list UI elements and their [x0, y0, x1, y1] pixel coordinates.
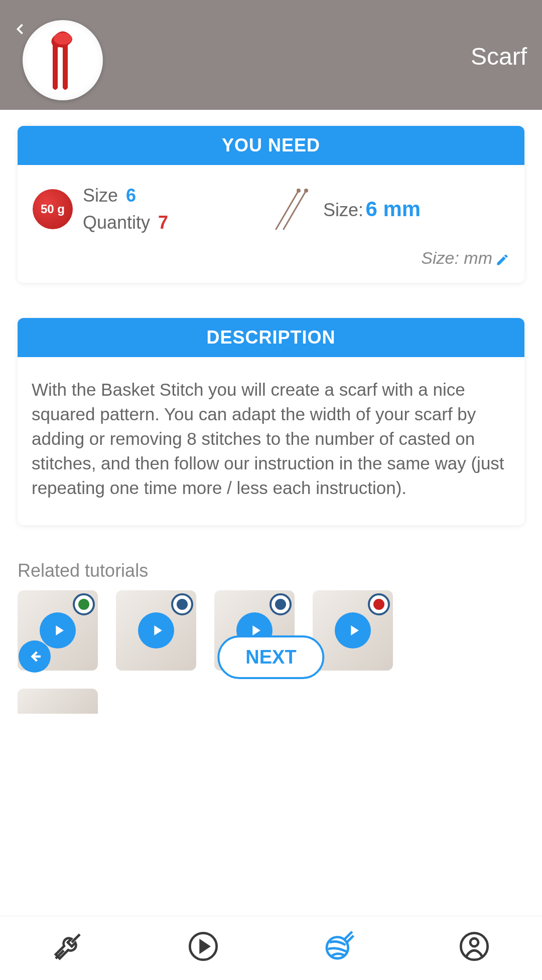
- yarn-quantity-value: 7: [158, 212, 168, 233]
- svg-point-4: [304, 189, 308, 193]
- play-icon: [40, 612, 76, 648]
- tutorial-badge-icon: [171, 593, 193, 615]
- tutorial-badge-icon: [73, 593, 95, 615]
- next-button[interactable]: NEXT: [217, 635, 324, 679]
- tutorial-badge-icon: [368, 593, 390, 615]
- pencil-icon: [495, 251, 509, 265]
- yarn-quantity-label: Quantity: [83, 212, 150, 233]
- nav-play-icon[interactable]: [187, 930, 219, 962]
- play-icon: [138, 612, 174, 648]
- svg-point-2: [297, 189, 301, 193]
- back-arrow-icon[interactable]: [11, 20, 29, 38]
- related-tutorials-title: Related tutorials: [18, 560, 524, 581]
- you-need-card: YOU NEED 50 g Size 6 Quantity 7: [18, 126, 524, 283]
- tutorial-badge-icon: [269, 593, 292, 615]
- tutorial-item[interactable]: [18, 689, 98, 714]
- play-icon: [335, 612, 371, 648]
- yarn-size-label: Size: [83, 185, 118, 206]
- edit-size-label: Size: mm: [421, 248, 492, 268]
- svg-point-11: [470, 938, 478, 946]
- nav-yarn-icon[interactable]: [323, 930, 355, 962]
- svg-point-0: [54, 33, 72, 45]
- edit-size-button[interactable]: Size: mm: [33, 248, 509, 268]
- header-banner: Scarf: [0, 0, 542, 110]
- tutorial-item[interactable]: [116, 590, 196, 671]
- yarn-ball-icon: 50 g: [33, 189, 73, 229]
- needle-size-value: 6 mm: [366, 197, 421, 221]
- you-need-header: YOU NEED: [18, 126, 524, 165]
- scarf-icon: [40, 28, 85, 93]
- page-title: Scarf: [471, 43, 527, 70]
- description-text: With the Basket Stitch you will create a…: [18, 357, 524, 525]
- description-card: DESCRIPTION With the Basket Stitch you w…: [18, 318, 524, 525]
- project-avatar: [23, 20, 103, 100]
- knitting-needles-icon: [271, 187, 311, 232]
- nav-tools-icon[interactable]: [52, 930, 84, 962]
- description-header: DESCRIPTION: [18, 318, 524, 357]
- nav-profile-icon[interactable]: [458, 930, 490, 962]
- tutorial-item[interactable]: [313, 590, 393, 671]
- needle-size-label: Size:: [323, 200, 363, 220]
- float-back-button[interactable]: [19, 640, 51, 673]
- bottom-nav: [0, 916, 542, 976]
- yarn-size-value: 6: [126, 185, 136, 206]
